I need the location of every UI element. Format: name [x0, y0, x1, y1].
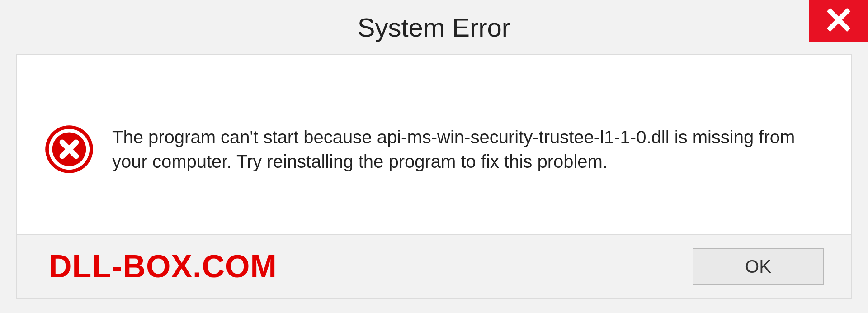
dialog-footer: DLL-BOX.COM OK [17, 234, 851, 298]
error-message: The program can't start because api-ms-w… [112, 125, 799, 174]
dialog-panel: The program can't start because api-ms-w… [16, 54, 852, 299]
ok-button[interactable]: OK [693, 248, 824, 285]
close-button[interactable] [809, 0, 868, 42]
titlebar: System Error [0, 0, 868, 54]
watermark-text: DLL-BOX.COM [49, 248, 277, 285]
close-icon [824, 5, 853, 36]
window-title: System Error [358, 12, 510, 43]
error-icon [44, 124, 94, 174]
message-area: The program can't start because api-ms-w… [17, 55, 851, 234]
ok-button-label: OK [745, 256, 771, 277]
